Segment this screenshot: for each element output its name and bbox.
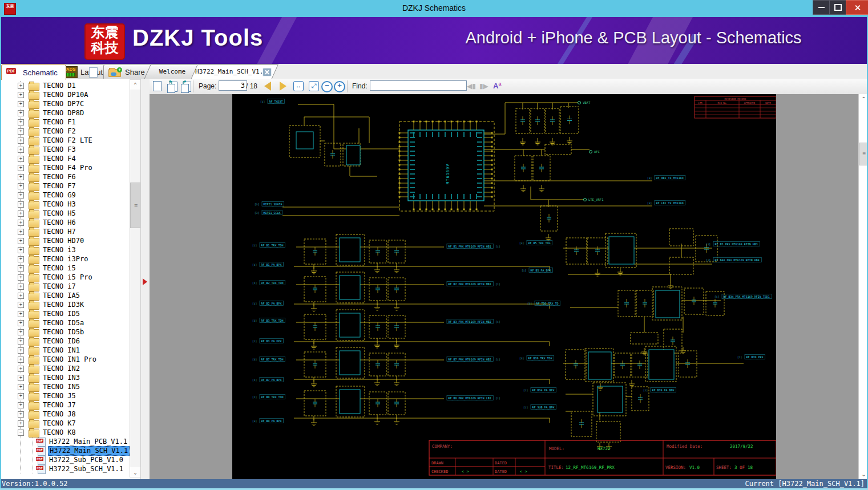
tree-item-label[interactable]: TECNO ID5 (42, 310, 81, 318)
tree-folder-row[interactable]: +TECNO i7 (0, 282, 128, 291)
tree-item-label[interactable]: TECNO F4 (42, 155, 77, 163)
find-next-icon[interactable]: ▮▶ (479, 82, 488, 90)
tree-folder-row[interactable]: +TECNO G9 (0, 191, 128, 200)
tree-folder-row[interactable]: +TECNO F1 (0, 118, 128, 127)
find-previous-icon[interactable]: ◀▮ (467, 82, 476, 90)
tree-folder-row[interactable]: +TECNO DP7C (0, 99, 128, 108)
tree-item-label-selected[interactable]: H3722_Main_SCH_V1.1 (48, 446, 130, 456)
expand-node-icon[interactable]: + (18, 210, 24, 217)
fit-width-icon[interactable]: ↔ (293, 81, 304, 91)
tree-item-label[interactable]: TECNO i5 (42, 264, 77, 273)
tree-folder-row[interactable]: +TECNO IA5 (0, 291, 128, 300)
tree-folder-row[interactable]: +TECNO F4 (0, 154, 128, 163)
tree-folder-row[interactable]: +TECNO HD70 (0, 236, 128, 245)
tree-folder-row[interactable]: +TECNO IN1 Pro (0, 355, 128, 364)
collapse-panel-icon[interactable] (143, 278, 147, 285)
tree-scrollbar-thumb[interactable] (130, 183, 140, 228)
expand-node-icon[interactable]: + (18, 201, 24, 208)
tree-file-row[interactable]: H3722_Main_PCB_V1.1 (0, 437, 128, 446)
tree-item-label[interactable]: H3722_Sub_SCH_V1.1 (48, 465, 124, 473)
tree-scrollbar[interactable]: ⌃ ⌄ (130, 79, 140, 477)
expand-node-icon[interactable]: + (18, 137, 24, 144)
expand-node-icon[interactable]: + (18, 101, 24, 107)
tree-item-label[interactable]: TECNO J5 (42, 392, 77, 400)
tree-folder-row[interactable]: +TECNO i3 (0, 245, 128, 254)
tree-folder-row[interactable]: +TECNO H7 (0, 227, 128, 236)
expand-node-icon[interactable]: + (18, 265, 24, 272)
schematic-page[interactable]: MT6169VVBATAFCLTE_VRF1RF_B1_TRX_TDH[1]RF… (232, 94, 776, 479)
tree-folder-row[interactable]: +TECNO F3 (0, 145, 128, 154)
page-number-input[interactable] (219, 80, 247, 91)
tree-file-row[interactable]: H3722_Main_SCH_V1.1 (0, 446, 128, 455)
close-button[interactable] (846, 0, 868, 15)
tree-item-label[interactable]: TECNO F6 (42, 173, 77, 181)
tree-folder-row[interactable]: +TECNO K7 (0, 419, 128, 428)
tree-item-label[interactable]: TECNO i5 Pro (42, 273, 94, 282)
tree-item-label[interactable]: TECNO F7 (42, 182, 77, 191)
tree-folder-row[interactable]: +TECNO IN3 (0, 373, 128, 382)
tab-share[interactable]: + Share (103, 64, 151, 79)
tree-item-label[interactable]: TECNO DP7C (42, 100, 85, 108)
tab-schematic[interactable]: PDF Schematic (1, 64, 66, 80)
tree-folder-row[interactable]: +TECNO ID3K (0, 300, 128, 309)
find-input[interactable] (370, 80, 467, 91)
zoom-in-icon[interactable]: + (334, 81, 345, 92)
document-viewer[interactable]: MT6169VVBATAFCLTE_VRF1RF_B1_TRX_TDH[1]RF… (150, 94, 868, 479)
tree-item-label[interactable]: TECNO H7 (42, 228, 77, 236)
tree-folder-row[interactable]: +TECNO H6 (0, 218, 128, 227)
tree-folder-row[interactable]: +TECNO J7 (0, 400, 128, 410)
zoom-out-icon[interactable]: − (321, 81, 333, 92)
collapse-node-icon[interactable]: − (18, 430, 24, 436)
tree-item-label[interactable]: TECNO K8 (42, 428, 77, 437)
tree-file-row[interactable]: H3722_Sub_PCB_V1.0 (0, 455, 128, 464)
expand-node-icon[interactable]: + (18, 284, 24, 290)
tree-folder-row[interactable]: +TECNO IN2 (0, 364, 128, 373)
previous-page-icon[interactable] (264, 82, 271, 91)
expand-node-icon[interactable]: + (18, 302, 24, 308)
tree-item-label[interactable]: TECNO H5 (42, 209, 77, 218)
expand-node-icon[interactable]: + (18, 347, 24, 354)
tree-folder-row[interactable]: +TECNO J8 (0, 410, 128, 419)
doc-tab-welcome[interactable]: Welcome (147, 64, 197, 79)
tree-folder-row[interactable]: +TECNO IN1 (0, 346, 128, 355)
expand-node-icon[interactable]: + (18, 320, 24, 326)
expand-node-icon[interactable]: + (18, 220, 24, 226)
next-page-icon[interactable] (280, 82, 286, 91)
tree-item-label[interactable]: TECNO F1 (42, 118, 77, 127)
text-case-icon[interactable]: Aa (493, 81, 501, 90)
maximize-button[interactable] (829, 0, 846, 15)
tree-item-label[interactable]: TECNO F3 (42, 145, 77, 154)
tree-folder-row[interactable]: +TECNO ID5 (0, 309, 128, 318)
tree-item-label[interactable]: TECNO K7 (42, 419, 77, 428)
tree-folder-row[interactable]: +TECNO D1 (0, 81, 128, 90)
expand-node-icon[interactable]: + (18, 366, 24, 372)
expand-node-icon[interactable]: + (18, 393, 24, 399)
tree-item-label[interactable]: TECNO i7 (42, 282, 77, 291)
tree-item-label[interactable]: TECNO H6 (42, 218, 77, 227)
tree-scroll-down-icon[interactable]: ⌄ (130, 467, 140, 477)
tree-file-row[interactable]: H3722_Sub_SCH_V1.1 (0, 464, 128, 473)
expand-node-icon[interactable]: + (18, 110, 24, 116)
expand-node-icon[interactable]: + (18, 357, 24, 363)
tree-folder-row[interactable]: +TECNO DP10A (0, 90, 128, 99)
tree-item-label[interactable]: H3722_Main_PCB_V1.1 (48, 438, 128, 446)
tree-item-label[interactable]: TECNO F2 LTE (42, 136, 94, 145)
tree-item-label[interactable]: TECNO ID5a (42, 319, 85, 327)
expand-node-icon[interactable]: + (18, 174, 24, 180)
expand-node-icon[interactable]: + (18, 183, 24, 189)
expand-node-icon[interactable]: + (18, 375, 24, 381)
expand-node-icon[interactable]: + (18, 238, 24, 244)
tree-item-label[interactable]: TECNO F2 (42, 127, 77, 136)
expand-node-icon[interactable]: + (18, 411, 24, 418)
fit-page-icon[interactable]: ⤢ (309, 81, 319, 91)
tree-folder-row[interactable]: +TECNO ID6 (0, 337, 128, 346)
tree-folder-row[interactable]: +TECNO ID5a (0, 318, 128, 327)
expand-node-icon[interactable]: + (18, 229, 24, 235)
tree-item-label[interactable]: TECNO IN2 (42, 365, 81, 373)
tree-item-label[interactable]: TECNO IA5 (42, 291, 81, 300)
tree-item-label[interactable]: H3722_Sub_PCB_V1.0 (48, 456, 124, 464)
tree-item-label[interactable]: TECNO i3 (42, 246, 77, 254)
tree-folder-row[interactable]: +TECNO F7 (0, 181, 128, 191)
tree-item-label[interactable]: TECNO ID6 (42, 337, 81, 346)
tree-folder-row[interactable]: +TECNO IN5 (0, 382, 128, 391)
